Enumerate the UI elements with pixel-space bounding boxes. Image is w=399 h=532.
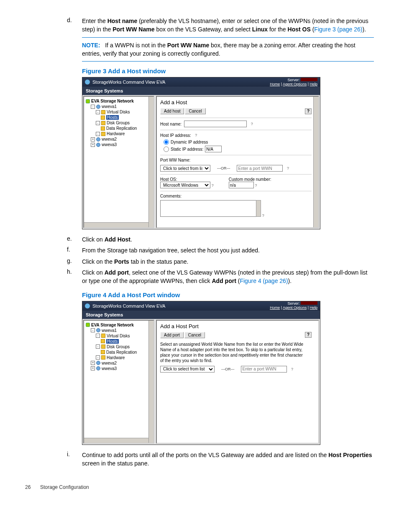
help-icon[interactable]: ? <box>255 183 257 188</box>
subbar-storage-systems: Storage Systems <box>82 87 320 95</box>
tree-root[interactable]: EVA Storage Network <box>86 322 148 328</box>
tree-pane: EVA Storage Network -wweva1 -Virtual Dis… <box>83 320 154 444</box>
content-scrollbar-v[interactable] <box>313 97 318 227</box>
expand-icon[interactable]: + <box>91 366 95 370</box>
tree-hardware[interactable]: -Hardware <box>86 355 148 360</box>
tree-label: wweva1 <box>102 328 117 333</box>
tree-scrollbar-h[interactable] <box>84 438 148 443</box>
tree-wweva1[interactable]: -wweva1 <box>86 104 148 109</box>
collapse-icon[interactable]: - <box>96 334 100 338</box>
step-h: h. Click on Add port, select one of the … <box>25 268 374 285</box>
help-icon[interactable]: ? <box>262 213 264 218</box>
tree-hardware[interactable]: -Hardware <box>86 131 148 136</box>
link-home[interactable]: Home <box>270 82 280 86</box>
divider <box>160 118 312 118</box>
wwn-input[interactable] <box>241 366 287 373</box>
xref-figure-3[interactable]: Figure 3 (page 26) <box>314 26 362 33</box>
link-help[interactable]: Help <box>309 82 317 86</box>
folder-icon <box>101 126 105 131</box>
static-ip-radio[interactable] <box>164 146 169 152</box>
comments-textarea[interactable] <box>160 200 256 217</box>
txt: If a WWPN is not in the <box>105 42 167 49</box>
tree-virtual-disks[interactable]: -Virtual Disks <box>86 333 148 339</box>
app-title: StorageWorks Command View EVA <box>92 80 165 85</box>
row-hostos: Host OS: Microsoft Windows ? Custom mode… <box>160 177 312 188</box>
bold: Host OS <box>288 26 311 33</box>
link-help[interactable]: Help <box>309 306 317 310</box>
link-agent-options[interactable]: Agent Options <box>283 306 307 310</box>
help-icon[interactable]: ? <box>285 166 290 171</box>
collapse-icon[interactable]: - <box>96 110 100 114</box>
collapse-icon[interactable]: - <box>96 132 100 136</box>
cancel-button[interactable]: Cancel <box>184 332 205 338</box>
tree-wweva1[interactable]: -wweva1 <box>86 328 148 333</box>
tree-data-replication[interactable]: Data Replication <box>86 350 148 355</box>
custom-mode-input[interactable] <box>229 182 254 188</box>
folder-icon <box>101 110 105 114</box>
tree-wweva2[interactable]: +wweva2 <box>86 360 148 366</box>
tree-hosts[interactable]: Hosts <box>86 339 148 344</box>
dynamic-ip-radio[interactable] <box>164 139 169 145</box>
step-h-text: Click on Add port, select one of the VLS… <box>82 268 374 285</box>
row-dynamic-ip: Dynamic IP address <box>160 139 312 145</box>
or-label: ---OR--- <box>213 166 234 170</box>
collapse-icon[interactable]: - <box>96 344 100 349</box>
tree-label: wweva3 <box>102 366 117 371</box>
step-d-text: Enter the Host name (preferably the VLS … <box>82 17 374 34</box>
add-host-button[interactable]: Add host <box>160 108 184 114</box>
tree-data-replication[interactable]: Data Replication <box>86 126 148 131</box>
step-d-marker: d. <box>25 17 82 34</box>
txt: Enter the <box>82 18 107 24</box>
tree-wweva3[interactable]: +wweva3 <box>86 366 148 371</box>
portww-input[interactable] <box>237 165 283 172</box>
tree-root[interactable]: EVA Storage Network <box>86 98 148 104</box>
tree-scrollbar-h[interactable] <box>84 222 148 227</box>
folder-icon <box>101 350 105 354</box>
step-e-marker: e. <box>25 235 82 244</box>
tree-label: wweva3 <box>102 142 117 147</box>
help-icon[interactable]: ? <box>212 183 214 188</box>
textarea-scrollbar[interactable] <box>256 200 261 217</box>
help-icon[interactable]: ? <box>289 367 294 372</box>
wwn-select[interactable]: Click to select from list <box>160 366 215 373</box>
cancel-button[interactable]: Cancel <box>185 108 205 114</box>
tree-wweva3[interactable]: +wweva3 <box>86 142 148 147</box>
tree-scrollbar-v[interactable] <box>148 321 153 443</box>
collapse-icon[interactable]: - <box>96 355 100 360</box>
bold: Host name <box>107 18 138 24</box>
tree-disk-groups[interactable]: -Disk Groups <box>86 344 148 350</box>
help-button[interactable]: ? <box>305 108 312 114</box>
note-divider-top <box>82 37 374 38</box>
tree-virtual-disks[interactable]: -Virtual Disks <box>86 109 148 115</box>
portww-select[interactable]: Click to select from list <box>160 165 210 172</box>
add-port-button[interactable]: Add port <box>160 332 184 338</box>
tree-scrollbar-v[interactable] <box>148 97 153 227</box>
folder-icon <box>101 355 105 360</box>
collapse-icon[interactable]: - <box>91 105 95 109</box>
help-icon[interactable]: ? <box>194 133 199 138</box>
instructions-text: Select an unassigned World Wide Name fro… <box>160 342 307 363</box>
tree-disk-groups[interactable]: -Disk Groups <box>86 120 148 126</box>
static-ip-input[interactable] <box>205 146 222 152</box>
collapse-icon[interactable]: - <box>96 121 100 125</box>
hostname-input[interactable] <box>184 121 247 127</box>
hostos-select[interactable]: Microsoft Windows <box>160 182 210 188</box>
link-agent-options[interactable]: Agent Options <box>283 82 307 86</box>
xref-figure-4[interactable]: Figure 4 (page 26) <box>240 278 288 284</box>
tree-label: wweva2 <box>102 361 117 365</box>
tree-wweva2[interactable]: +wweva2 <box>86 136 148 142</box>
expand-icon[interactable]: + <box>91 143 95 147</box>
txt: tab in the status pane. <box>129 258 189 265</box>
array-icon <box>96 143 100 147</box>
help-icon[interactable]: ? <box>249 121 254 126</box>
tree-hosts[interactable]: Hosts <box>86 115 148 120</box>
collapse-icon[interactable]: - <box>91 328 95 332</box>
help-button[interactable]: ? <box>305 332 312 338</box>
tree-label: Hosts <box>106 115 119 120</box>
step-e: e. Click on Add Host. <box>25 235 374 244</box>
expand-icon[interactable]: + <box>91 137 95 141</box>
comments-wrap: ? <box>160 200 312 218</box>
app-title: StorageWorks Command View EVA <box>92 303 165 308</box>
link-home[interactable]: Home <box>270 306 280 310</box>
expand-icon[interactable]: + <box>91 361 95 365</box>
